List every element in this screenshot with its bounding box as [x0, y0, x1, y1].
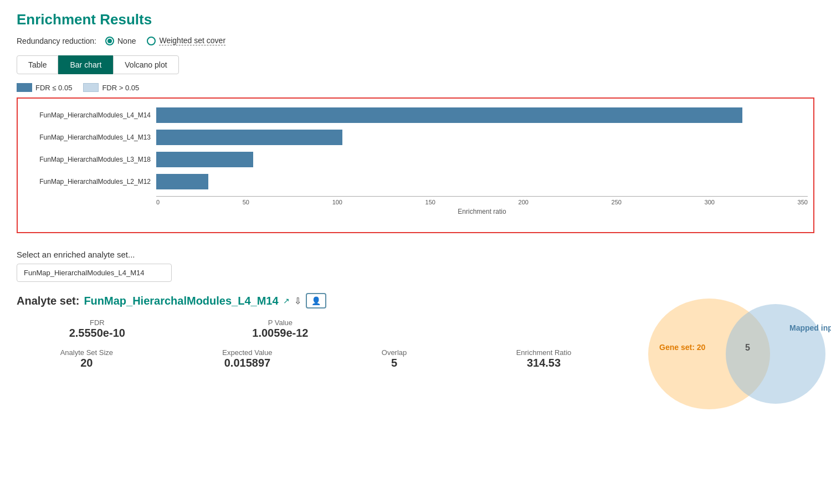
- x-tick-3: 150: [425, 199, 435, 205]
- tab-volcano-plot[interactable]: Volcano plot: [113, 55, 178, 74]
- bar-3: [156, 174, 208, 189]
- expected-value: 0.015897: [224, 357, 270, 369]
- radio-none-label: None: [117, 37, 136, 45]
- venn-blue-circle: [726, 304, 825, 404]
- x-tick-4: 200: [519, 199, 529, 205]
- x-axis-label: Enrichment ratio: [156, 208, 808, 215]
- tab-table[interactable]: Table: [17, 55, 58, 74]
- legend-fdr-high-box: [83, 83, 99, 92]
- view-tabs: Table Bar chart Volcano plot: [17, 55, 814, 74]
- expected-label: Expected Value: [222, 348, 272, 357]
- overlap-stat: Overlap 5: [338, 348, 450, 369]
- radio-weighted[interactable]: Weighted set cover: [147, 36, 225, 45]
- venn-diagram: Gene set: 20 5 Mapped input: 8: [637, 293, 814, 415]
- chart-bar-row-2: FunMap_HierarchalModules_L3_M18: [23, 152, 808, 167]
- analyte-section: Analyte set: FunMap_HierarchalModules_L4…: [17, 293, 814, 415]
- analyte-title-row: Analyte set: FunMap_HierarchalModules_L4…: [17, 293, 615, 308]
- radio-weighted-circle: [147, 37, 156, 45]
- venn-mapped-label: Mapped input: 8: [789, 323, 831, 332]
- chart-bar-row-1: FunMap_HierarchalModules_L4_M13: [23, 130, 808, 145]
- radio-none[interactable]: None: [105, 37, 136, 45]
- analyte-details: Analyte set: FunMap_HierarchalModules_L4…: [17, 293, 615, 415]
- bar-label-1: FunMap_HierarchalModules_L4_M13: [23, 133, 156, 141]
- bar-label-2: FunMap_HierarchalModules_L3_M18: [23, 156, 156, 163]
- x-axis-ticks: 0 50 100 150 200 250 300 350: [156, 199, 808, 205]
- pvalue-label: P Value: [268, 318, 293, 327]
- overlap-value: 5: [391, 357, 397, 369]
- pvalue-value: 1.0059e-12: [252, 327, 308, 340]
- x-tick-1: 50: [243, 199, 249, 205]
- analyte-title-prefix: Analyte set:: [17, 295, 79, 307]
- analyte-select-section: Select an enriched analyte set...: [17, 250, 814, 282]
- stats-grid: FDR 2.5550e-10 P Value 1.0059e-12: [17, 318, 615, 340]
- bar-track-0: [156, 107, 808, 123]
- fdr-label: FDR: [90, 318, 105, 327]
- download-icon[interactable]: ⇩: [294, 296, 301, 306]
- size-stat: Analyte Set Size 20: [17, 348, 157, 369]
- legend-fdr-low-label: FDR ≤ 0.05: [35, 84, 72, 92]
- bar-2: [156, 152, 253, 167]
- legend-fdr-high-label: FDR > 0.05: [102, 84, 139, 92]
- redundancy-section: Redundancy reduction: None Weighted set …: [17, 36, 814, 45]
- bar-1: [156, 130, 342, 145]
- bar-label-3: FunMap_HierarchalModules_L2_M12: [23, 178, 156, 186]
- legend-fdr-low: FDR ≤ 0.05: [17, 83, 72, 92]
- select-label: Select an enriched analyte set...: [17, 250, 814, 259]
- x-tick-6: 300: [705, 199, 715, 205]
- chart-legend: FDR ≤ 0.05 FDR > 0.05: [17, 83, 814, 92]
- redundancy-label: Redundancy reduction:: [17, 37, 96, 45]
- overlap-label: Overlap: [382, 348, 407, 357]
- radio-weighted-label: Weighted set cover: [159, 36, 225, 45]
- bar-track-3: [156, 174, 808, 189]
- fdr-stat: FDR 2.5550e-10: [17, 318, 178, 340]
- x-tick-0: 0: [156, 199, 160, 205]
- analyte-info-button[interactable]: 👤: [306, 293, 326, 308]
- analyte-title-link[interactable]: FunMap_HierarchalModules_L4_M14: [84, 295, 278, 307]
- x-axis-ticks-row: 0 50 100 150 200 250 300 350 Enrichment …: [156, 196, 808, 215]
- analyte-select-input[interactable]: [17, 264, 172, 282]
- bar-chart-container: FunMap_HierarchalModules_L4_M14 FunMap_H…: [17, 97, 814, 233]
- bar-0: [156, 107, 742, 123]
- fdr-value: 2.5550e-10: [69, 327, 125, 340]
- stats-row-2: Analyte Set Size 20 Expected Value 0.015…: [17, 348, 615, 369]
- x-tick-5: 250: [612, 199, 622, 205]
- chart-bar-row-0: FunMap_HierarchalModules_L4_M14: [23, 107, 808, 123]
- x-tick-2: 100: [332, 199, 342, 205]
- bar-label-0: FunMap_HierarchalModules_L4_M14: [23, 111, 156, 119]
- chart-bars-area: FunMap_HierarchalModules_L4_M14 FunMap_H…: [23, 107, 808, 196]
- chart-bar-row-3: FunMap_HierarchalModules_L2_M12: [23, 174, 808, 189]
- external-link-icon[interactable]: ↗: [283, 296, 290, 305]
- tab-bar-chart[interactable]: Bar chart: [58, 55, 113, 74]
- enrichment-value: 314.53: [527, 357, 561, 369]
- pvalue-stat: P Value 1.0059e-12: [200, 318, 361, 340]
- enrichment-stat: Enrichment Ratio 314.53: [473, 348, 615, 369]
- x-tick-7: 350: [798, 199, 808, 205]
- venn-overlap-value: 5: [745, 343, 750, 353]
- expected-stat: Expected Value 0.015897: [179, 348, 316, 369]
- size-label: Analyte Set Size: [60, 348, 113, 357]
- venn-gene-set-label: Gene set: 20: [659, 343, 705, 352]
- radio-none-circle: [105, 37, 114, 45]
- bar-track-1: [156, 130, 808, 145]
- bar-track-2: [156, 152, 808, 167]
- enrichment-label: Enrichment Ratio: [516, 348, 572, 357]
- legend-fdr-high: FDR > 0.05: [83, 83, 139, 92]
- page-title: Enrichment Results: [17, 11, 814, 28]
- redundancy-radio-group: None Weighted set cover: [105, 36, 225, 45]
- size-value: 20: [80, 357, 93, 369]
- x-axis-area: 0 50 100 150 200 250 300 350 Enrichment …: [156, 196, 808, 215]
- legend-fdr-low-box: [17, 83, 32, 92]
